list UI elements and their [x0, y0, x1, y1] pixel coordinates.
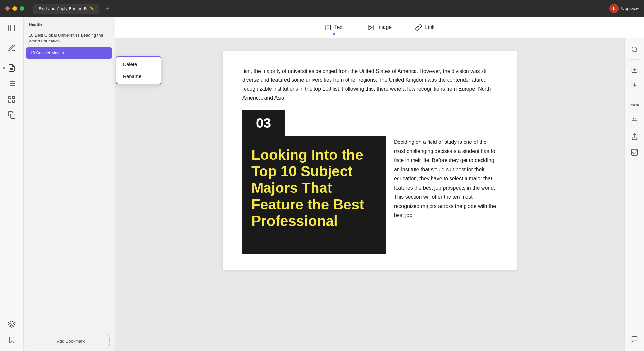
- pdfa-label: PDF/A: [630, 104, 639, 107]
- text-tool-label: Text: [334, 25, 344, 30]
- upgrade-button[interactable]: Upgrade: [621, 6, 639, 11]
- divider: [7, 38, 17, 38]
- svg-rect-12: [12, 100, 15, 102]
- svg-rect-11: [9, 100, 11, 102]
- context-delete[interactable]: Delete: [116, 58, 161, 70]
- tab-area: Find-and-Apply-For-the-B ✏️ ＋: [33, 3, 113, 14]
- link-tool-icon: [415, 24, 422, 31]
- doc-scroll-area: tion, the majority of universities belon…: [115, 38, 644, 351]
- minimize-button[interactable]: [12, 6, 17, 11]
- edit-icon[interactable]: ✏️: [89, 6, 94, 11]
- left-icon-bar: [0, 17, 24, 351]
- outline-item-majors[interactable]: 10 Subject Majors: [26, 47, 112, 58]
- outline-footer: + Add Bookmark: [24, 331, 115, 351]
- pen-icon-button[interactable]: [5, 41, 19, 55]
- section-image-area: Looking Into the Top 10 Subject Majors T…: [242, 136, 497, 254]
- section-cover-text: Looking Into the Top 10 Subject Majors T…: [251, 147, 377, 229]
- bookmark-icon-button[interactable]: [5, 333, 19, 347]
- link-tool-button[interactable]: Link: [410, 21, 440, 34]
- section-number: 03: [256, 115, 271, 131]
- copy-icon-button[interactable]: [5, 108, 19, 122]
- save-icon-button[interactable]: [628, 79, 641, 92]
- text-tool-icon: [324, 24, 331, 31]
- doc-content[interactable]: tion, the majority of universities belon…: [115, 38, 624, 351]
- ocr-icon-button[interactable]: [628, 63, 641, 76]
- tab-title: Find-and-Apply-For-the-B: [39, 6, 87, 11]
- list-icon-button[interactable]: [5, 76, 19, 91]
- svg-rect-22: [632, 121, 637, 124]
- active-indicator: [3, 67, 5, 69]
- close-button[interactable]: [5, 6, 10, 11]
- share-icon-button[interactable]: [628, 130, 641, 143]
- search-icon-button[interactable]: [628, 43, 641, 56]
- svg-point-18: [632, 47, 636, 52]
- svg-point-17: [369, 26, 370, 27]
- svg-rect-0: [9, 25, 15, 31]
- titlebar: Find-and-Apply-For-the-B ✏️ ＋ L Upgrade: [0, 0, 644, 17]
- layers-icon-button[interactable]: [5, 317, 19, 331]
- outline-item-universities[interactable]: 10 Best Global Universities Leading the …: [24, 30, 115, 47]
- chat-icon-button[interactable]: [628, 333, 641, 346]
- right-divider-1: [630, 59, 639, 60]
- grid-icon-button[interactable]: [5, 92, 19, 107]
- app-container: Health 10 Best Global Universities Leadi…: [0, 17, 644, 351]
- svg-rect-10: [12, 96, 15, 99]
- doc-page: tion, the majority of universities belon…: [223, 51, 517, 270]
- image-tool-label: Image: [377, 25, 392, 30]
- top-toolbar: Text Image Link: [115, 17, 644, 38]
- context-menu: Delete Rename: [116, 56, 161, 84]
- image-tool-icon: [367, 24, 375, 31]
- main-content: Text Image Link: [115, 17, 644, 351]
- svg-marker-14: [8, 321, 15, 324]
- outline-header: Health: [24, 17, 115, 30]
- right-divider-2: [630, 95, 639, 95]
- add-bookmark-button[interactable]: + Add Bookmark: [29, 335, 110, 347]
- context-rename[interactable]: Rename: [116, 70, 161, 82]
- doc-paragraph-1: tion, the majority of universities belon…: [242, 67, 497, 102]
- lock-icon-button[interactable]: [628, 114, 641, 127]
- active-tab[interactable]: Find-and-Apply-For-the-B ✏️: [33, 4, 99, 14]
- outline-icon-button[interactable]: [5, 61, 19, 75]
- check-icon-button[interactable]: [628, 146, 641, 159]
- titlebar-right: L Upgrade: [609, 4, 639, 13]
- right-sidebar: PDF/A: [624, 38, 644, 351]
- section-cover: Looking Into the Top 10 Subject Majors T…: [242, 136, 386, 254]
- user-avatar: L: [609, 4, 619, 13]
- outline-panel: Health 10 Best Global Universities Leadi…: [24, 17, 115, 351]
- bookmarks-icon-button[interactable]: [5, 21, 19, 35]
- svg-line-19: [636, 51, 637, 52]
- section-description: Deciding on a field of study is one of t…: [394, 136, 497, 254]
- image-tool-button[interactable]: Image: [362, 21, 397, 34]
- svg-rect-13: [11, 114, 15, 118]
- section-number-box: 03: [242, 110, 285, 136]
- traffic-lights: [5, 6, 24, 11]
- new-tab-button[interactable]: ＋: [102, 3, 113, 14]
- svg-rect-9: [9, 96, 11, 99]
- link-tool-label: Link: [425, 25, 434, 30]
- maximize-button[interactable]: [20, 6, 24, 11]
- divider2: [7, 58, 17, 58]
- pdfa-icon-button[interactable]: PDF/A: [628, 99, 641, 112]
- text-tool-button[interactable]: Text: [319, 21, 349, 34]
